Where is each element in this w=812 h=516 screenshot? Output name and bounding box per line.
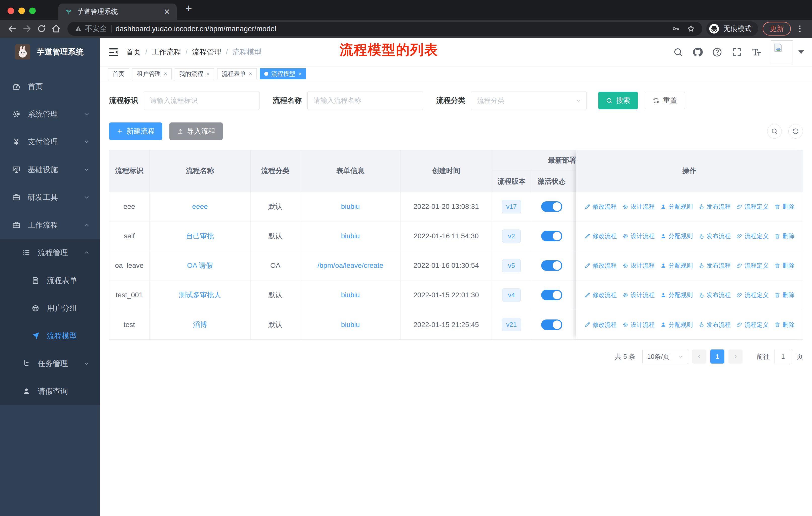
sidebar-item-流程表单[interactable]: 流程表单 [0,267,100,294]
form-info-link[interactable]: /bpm/oa/leave/create [317,262,383,270]
design-link[interactable]: 设计流程 [622,202,655,211]
design-link[interactable]: 设计流程 [622,321,655,329]
active-toggle[interactable] [541,260,562,271]
deploy-link[interactable]: 发布流程 [698,202,731,211]
tag-close-icon[interactable]: × [164,71,167,77]
toggle-search-button[interactable] [767,124,782,139]
tag-close-icon[interactable]: × [249,71,252,77]
sidebar-toggle-icon[interactable] [108,47,119,58]
edit-link[interactable]: 修改流程 [584,232,617,240]
tag-流程模型[interactable]: 流程模型× [260,68,306,79]
page-size-select[interactable]: 10条/页 [642,349,688,364]
流程分类-select[interactable]: 流程分类 [471,91,587,110]
browser-menu-icon[interactable] [795,24,805,33]
definition-link[interactable]: 流程定义 [736,232,769,240]
definition-link[interactable]: 流程定义 [736,291,769,299]
process-name-link[interactable]: 测试多审批人 [179,290,221,300]
bookmark-star-icon[interactable] [687,24,695,33]
goto-page-input[interactable] [774,349,792,364]
deploy-link[interactable]: 发布流程 [698,232,731,240]
page-number-button[interactable]: 1 [710,350,724,363]
deploy-link[interactable]: 发布流程 [698,262,731,270]
assign-link[interactable]: 分配规则 [660,232,693,240]
tag-首页[interactable]: 首页 [108,68,129,79]
design-link[interactable]: 设计流程 [622,291,655,299]
流程标识-input[interactable] [144,91,260,110]
back-button[interactable] [5,21,20,36]
breadcrumb-item[interactable]: 工作流程 [152,47,181,57]
流程名称-input[interactable] [307,91,423,110]
process-name-link[interactable]: OA 请假 [187,261,213,270]
forward-button[interactable] [20,21,34,36]
reload-button[interactable] [34,21,49,36]
sidebar-item-工作流程[interactable]: 工作流程 [0,211,100,239]
url-bar[interactable]: 不安全 dashboard.yudao.iocoder.cn/bpm/manag… [67,22,702,36]
tag-流程表单[interactable]: 流程表单× [217,68,257,79]
definition-link[interactable]: 流程定义 [736,202,769,211]
refresh-table-button[interactable] [788,124,803,139]
tag-我的流程[interactable]: 我的流程× [175,68,214,79]
active-toggle[interactable] [541,231,562,241]
assign-link[interactable]: 分配规则 [660,291,693,299]
deploy-link[interactable]: 发布流程 [698,321,731,329]
tab-close-icon[interactable]: ✕ [164,7,170,16]
definition-link[interactable]: 流程定义 [736,262,769,270]
search-icon[interactable] [673,47,683,57]
active-toggle[interactable] [541,290,562,300]
form-info-link[interactable]: biubiu [341,321,360,329]
delete-link[interactable]: 删除 [774,202,794,211]
home-button[interactable] [49,21,63,36]
design-link[interactable]: 设计流程 [622,232,655,240]
sidebar-item-用户分组[interactable]: 用户分组 [0,294,100,322]
github-icon[interactable] [692,47,703,57]
key-icon[interactable] [671,24,679,33]
active-toggle[interactable] [541,201,562,212]
user-avatar[interactable] [771,40,793,64]
assign-link[interactable]: 分配规则 [660,321,693,329]
tag-租户管理[interactable]: 租户管理× [132,68,172,79]
zoom-window-button[interactable] [29,7,36,14]
process-name-link[interactable]: 滔博 [193,320,207,330]
edit-link[interactable]: 修改流程 [584,202,617,211]
deploy-link[interactable]: 发布流程 [698,291,731,299]
sidebar-item-基础设施[interactable]: 基础设施 [0,156,100,184]
form-info-link[interactable]: biubiu [341,202,360,211]
help-icon[interactable] [712,47,722,57]
font-size-icon[interactable] [751,47,762,57]
form-info-link[interactable]: biubiu [341,291,360,299]
new-tab-button[interactable]: + [185,1,192,15]
edit-link[interactable]: 修改流程 [584,262,617,270]
tag-close-icon[interactable]: × [298,71,302,77]
prev-page-button[interactable] [692,350,706,363]
security-status[interactable]: 不安全 [75,24,107,34]
delete-link[interactable]: 删除 [774,321,794,329]
assign-link[interactable]: 分配规则 [660,262,693,270]
definition-link[interactable]: 流程定义 [736,321,769,329]
update-button[interactable]: 更新 [763,22,791,35]
sidebar-item-支付管理[interactable]: 支付管理 [0,128,100,156]
delete-link[interactable]: 删除 [774,232,794,240]
sidebar-item-请假查询[interactable]: 请假查询 [0,377,100,405]
sidebar-item-流程管理[interactable]: 流程管理 [0,239,100,267]
sidebar-item-研发工具[interactable]: 研发工具 [0,184,100,211]
sidebar-item-系统管理[interactable]: 系统管理 [0,100,100,128]
delete-link[interactable]: 删除 [774,291,794,299]
sidebar-item-首页[interactable]: 首页 [0,73,100,100]
breadcrumb-item[interactable]: 首页 [126,47,141,57]
fullscreen-icon[interactable] [731,47,742,57]
edit-link[interactable]: 修改流程 [584,291,617,299]
form-info-link[interactable]: biubiu [341,232,360,240]
sidebar-item-任务管理[interactable]: 任务管理 [0,350,100,377]
process-name-link[interactable]: 自己审批 [186,231,214,241]
import-process-button[interactable]: 导入流程 [169,123,223,140]
reset-button[interactable]: 重置 [645,92,685,109]
breadcrumb-item[interactable]: 流程管理 [192,47,221,57]
search-button[interactable]: 搜索 [598,92,638,109]
close-window-button[interactable] [7,7,14,14]
next-page-button[interactable] [728,350,743,363]
browser-tab[interactable]: 芋道管理系统 ✕ [58,3,177,20]
delete-link[interactable]: 删除 [774,262,794,270]
minimize-window-button[interactable] [18,7,25,14]
create-process-button[interactable]: 新建流程 [109,123,162,140]
assign-link[interactable]: 分配规则 [660,202,693,211]
